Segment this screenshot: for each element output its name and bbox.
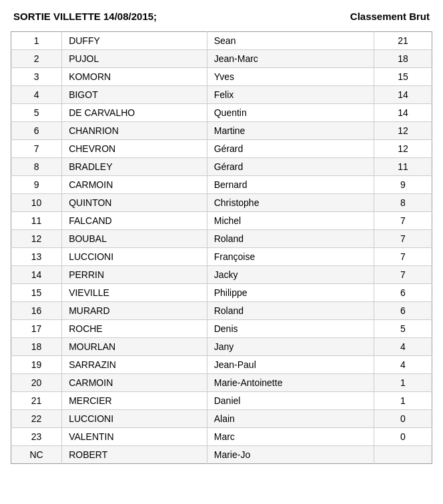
cell-firstname: Jean-Paul bbox=[207, 356, 374, 374]
cell-score: 0 bbox=[374, 428, 432, 446]
table-row: NCROBERTMarie-Jo bbox=[11, 446, 432, 464]
cell-score: 9 bbox=[374, 176, 432, 194]
cell-lastname: SARRAZIN bbox=[62, 356, 207, 374]
cell-firstname: Marie-Jo bbox=[207, 446, 374, 464]
cell-lastname: CARMOIN bbox=[62, 374, 207, 392]
cell-lastname: CHANRION bbox=[62, 122, 207, 140]
cell-firstname: Quentin bbox=[207, 104, 374, 122]
cell-rank: 23 bbox=[11, 428, 62, 446]
cell-rank: 21 bbox=[11, 392, 62, 410]
cell-lastname: LUCCIONI bbox=[62, 410, 207, 428]
cell-firstname: Françoise bbox=[207, 248, 374, 266]
table-row: 3KOMORNYves15 bbox=[11, 68, 432, 86]
cell-firstname: Martine bbox=[207, 122, 374, 140]
cell-lastname: ROCHE bbox=[62, 320, 207, 338]
table-row: 23VALENTINMarc0 bbox=[11, 428, 432, 446]
cell-rank: 14 bbox=[11, 266, 62, 284]
table-row: 12BOUBALRoland7 bbox=[11, 230, 432, 248]
cell-score: 8 bbox=[374, 194, 432, 212]
cell-lastname: QUINTON bbox=[62, 194, 207, 212]
cell-lastname: VALENTIN bbox=[62, 428, 207, 446]
cell-rank: 22 bbox=[11, 410, 62, 428]
cell-firstname: Marie-Antoinette bbox=[207, 374, 374, 392]
cell-rank: 17 bbox=[11, 320, 62, 338]
cell-rank: 7 bbox=[11, 140, 62, 158]
table-row: 17ROCHEDenis5 bbox=[11, 320, 432, 338]
cell-lastname: BIGOT bbox=[62, 86, 207, 104]
cell-lastname: FALCAND bbox=[62, 212, 207, 230]
table-row: 10QUINTONChristophe8 bbox=[11, 194, 432, 212]
cell-rank: 9 bbox=[11, 176, 62, 194]
cell-rank: 15 bbox=[11, 284, 62, 302]
cell-score: 15 bbox=[374, 68, 432, 86]
cell-score: 7 bbox=[374, 212, 432, 230]
cell-firstname: Alain bbox=[207, 410, 374, 428]
cell-lastname: CHEVRON bbox=[62, 140, 207, 158]
cell-score: 21 bbox=[374, 32, 432, 50]
cell-score: 7 bbox=[374, 248, 432, 266]
cell-firstname: Jacky bbox=[207, 266, 374, 284]
cell-firstname: Jany bbox=[207, 338, 374, 356]
cell-score: 0 bbox=[374, 410, 432, 428]
cell-lastname: CARMOIN bbox=[62, 176, 207, 194]
cell-score: 7 bbox=[374, 266, 432, 284]
cell-rank: 10 bbox=[11, 194, 62, 212]
cell-score: 12 bbox=[374, 140, 432, 158]
cell-firstname: Michel bbox=[207, 212, 374, 230]
cell-firstname: Jean-Marc bbox=[207, 50, 374, 68]
cell-lastname: DUFFY bbox=[62, 32, 207, 50]
cell-rank: 4 bbox=[11, 86, 62, 104]
table-row: 20CARMOINMarie-Antoinette1 bbox=[11, 374, 432, 392]
cell-rank: 8 bbox=[11, 158, 62, 176]
table-row: 5DE CARVALHOQuentin14 bbox=[11, 104, 432, 122]
table-row: 16MURARDRoland6 bbox=[11, 302, 432, 320]
cell-firstname: Roland bbox=[207, 302, 374, 320]
results-table: 1DUFFYSean212PUJOLJean-Marc183KOMORNYves… bbox=[11, 31, 432, 464]
cell-rank: 1 bbox=[11, 32, 62, 50]
cell-rank: 18 bbox=[11, 338, 62, 356]
cell-firstname: Roland bbox=[207, 230, 374, 248]
page-header: SORTIE VILLETTE 14/08/2015; Classement B… bbox=[11, 11, 432, 22]
cell-lastname: KOMORN bbox=[62, 68, 207, 86]
cell-firstname: Denis bbox=[207, 320, 374, 338]
cell-rank: 6 bbox=[11, 122, 62, 140]
table-row: 7CHEVRONGérard12 bbox=[11, 140, 432, 158]
cell-score: 4 bbox=[374, 356, 432, 374]
table-row: 8BRADLEYGérard11 bbox=[11, 158, 432, 176]
cell-rank: NC bbox=[11, 446, 62, 464]
cell-lastname: DE CARVALHO bbox=[62, 104, 207, 122]
table-row: 11FALCANDMichel7 bbox=[11, 212, 432, 230]
cell-score: 14 bbox=[374, 86, 432, 104]
cell-rank: 5 bbox=[11, 104, 62, 122]
cell-lastname: MOURLAN bbox=[62, 338, 207, 356]
cell-score: 18 bbox=[374, 50, 432, 68]
table-row: 19SARRAZINJean-Paul4 bbox=[11, 356, 432, 374]
cell-lastname: MURARD bbox=[62, 302, 207, 320]
cell-score: 1 bbox=[374, 392, 432, 410]
cell-firstname: Marc bbox=[207, 428, 374, 446]
cell-rank: 13 bbox=[11, 248, 62, 266]
cell-firstname: Daniel bbox=[207, 392, 374, 410]
cell-lastname: ROBERT bbox=[62, 446, 207, 464]
cell-lastname: BOUBAL bbox=[62, 230, 207, 248]
cell-firstname: Felix bbox=[207, 86, 374, 104]
table-row: 21MERCIERDaniel1 bbox=[11, 392, 432, 410]
table-row: 18MOURLANJany4 bbox=[11, 338, 432, 356]
cell-score: 12 bbox=[374, 122, 432, 140]
cell-lastname: VIEVILLE bbox=[62, 284, 207, 302]
table-row: 4BIGOTFelix14 bbox=[11, 86, 432, 104]
cell-score: 11 bbox=[374, 158, 432, 176]
cell-lastname: PUJOL bbox=[62, 50, 207, 68]
cell-rank: 19 bbox=[11, 356, 62, 374]
cell-rank: 2 bbox=[11, 50, 62, 68]
cell-firstname: Gérard bbox=[207, 140, 374, 158]
table-row: 22LUCCIONIAlain0 bbox=[11, 410, 432, 428]
cell-score bbox=[374, 446, 432, 464]
cell-rank: 3 bbox=[11, 68, 62, 86]
table-row: 9CARMOINBernard9 bbox=[11, 176, 432, 194]
page-subtitle: Classement Brut bbox=[350, 11, 430, 22]
cell-firstname: Christophe bbox=[207, 194, 374, 212]
cell-score: 6 bbox=[374, 302, 432, 320]
cell-lastname: PERRIN bbox=[62, 266, 207, 284]
cell-rank: 20 bbox=[11, 374, 62, 392]
